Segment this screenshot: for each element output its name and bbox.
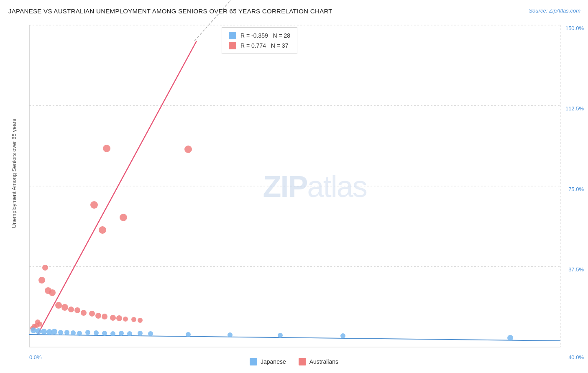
svg-point-25: [95, 313, 101, 319]
svg-point-30: [131, 317, 136, 322]
bottom-legend: Japanese Australians: [250, 358, 338, 365]
svg-point-17: [49, 289, 56, 296]
svg-point-28: [116, 315, 122, 321]
svg-point-56: [278, 333, 283, 338]
svg-point-57: [340, 333, 345, 338]
y-axis-title: Unemployment Among Seniors over 65 years: [11, 144, 17, 228]
bottom-legend-australians-box: [299, 358, 306, 365]
bottom-legend-japanese-label: Japanese: [261, 358, 286, 365]
svg-point-21: [68, 307, 74, 312]
svg-point-11: [184, 146, 192, 153]
svg-point-14: [99, 226, 106, 234]
svg-point-19: [55, 302, 62, 309]
svg-point-15: [38, 277, 45, 284]
svg-point-18: [42, 265, 48, 271]
svg-line-8: [29, 335, 560, 341]
y-label-75: 75.0%: [568, 186, 584, 192]
svg-line-7: [38, 41, 197, 335]
bottom-legend-japanese-box: [250, 358, 257, 365]
svg-point-50: [119, 331, 124, 336]
legend-japanese-text: R = -0.359 N = 28: [240, 32, 290, 39]
x-label-40: 40.0%: [568, 354, 584, 360]
y-label-112: 112.5%: [565, 105, 584, 112]
y-axis-title-container: Unemployment Among Seniors over 65 years: [3, 25, 24, 347]
svg-point-31: [138, 318, 143, 323]
legend-japanese: R = -0.359 N = 28: [229, 32, 290, 39]
svg-point-24: [89, 311, 95, 317]
svg-point-49: [110, 331, 115, 336]
legend-australians-text: R = 0.774 N = 37: [240, 42, 288, 49]
svg-point-51: [127, 331, 132, 336]
chart-container: JAPANESE VS AUSTRALIAN UNEMPLOYMENT AMON…: [0, 0, 588, 373]
svg-point-23: [81, 310, 87, 316]
svg-point-54: [186, 332, 191, 337]
svg-point-22: [74, 307, 80, 313]
svg-point-39: [41, 329, 47, 335]
svg-point-55: [228, 332, 233, 337]
y-label-150: 150.0%: [565, 25, 584, 31]
svg-point-12: [90, 201, 98, 209]
svg-point-46: [85, 330, 90, 335]
svg-point-47: [94, 330, 99, 335]
svg-point-13: [120, 214, 127, 221]
source-label: Source: ZipAtlas.com: [529, 8, 580, 14]
svg-point-52: [138, 331, 143, 336]
svg-point-10: [103, 145, 110, 152]
svg-point-44: [71, 330, 76, 335]
svg-point-53: [148, 331, 153, 336]
svg-point-36: [37, 322, 42, 327]
legend: R = -0.359 N = 28 R = 0.774 N = 37: [222, 27, 297, 54]
svg-point-40: [46, 329, 52, 335]
svg-point-27: [110, 315, 116, 321]
legend-japanese-box: [229, 32, 236, 39]
svg-point-42: [58, 330, 63, 335]
y-label-375: 37.5%: [568, 266, 584, 273]
chart-svg: [29, 25, 560, 347]
bottom-legend-australians-label: Australians: [309, 358, 338, 365]
svg-point-38: [36, 328, 41, 334]
svg-point-29: [123, 317, 128, 322]
svg-point-41: [51, 329, 57, 335]
svg-point-20: [61, 304, 68, 311]
svg-point-58: [507, 335, 513, 341]
legend-australians: R = 0.774 N = 37: [229, 42, 290, 49]
chart-title: JAPANESE VS AUSTRALIAN UNEMPLOYMENT AMON…: [8, 8, 332, 15]
legend-australians-box: [229, 42, 236, 49]
svg-point-43: [64, 330, 69, 335]
x-label-0: 0.0%: [29, 354, 42, 360]
bottom-legend-australians: Australians: [299, 358, 338, 365]
svg-point-37: [31, 327, 36, 333]
svg-point-48: [102, 331, 107, 336]
bottom-legend-japanese: Japanese: [250, 358, 286, 365]
svg-point-26: [102, 314, 107, 319]
svg-point-45: [77, 331, 82, 336]
